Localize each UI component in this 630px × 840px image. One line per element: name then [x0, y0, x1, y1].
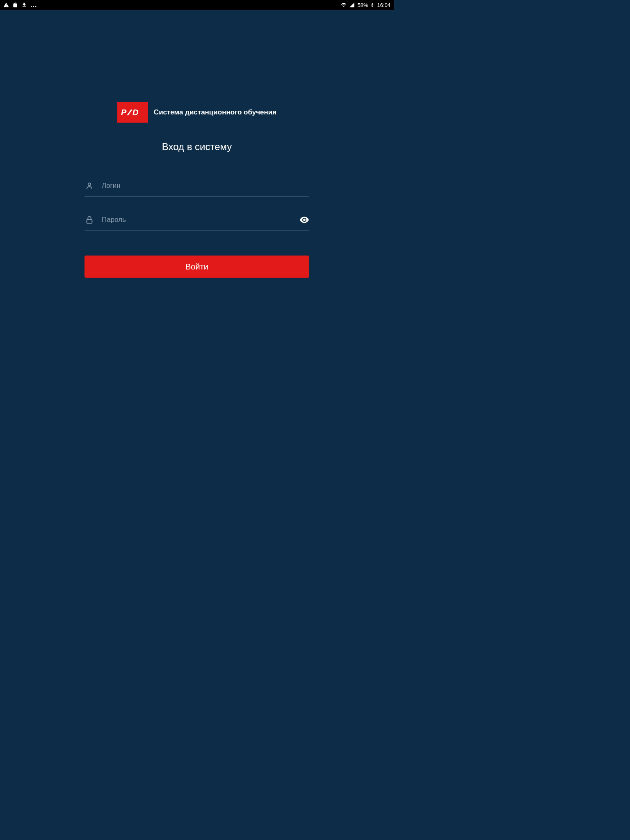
password-input[interactable]: [102, 216, 292, 224]
user-icon: [84, 181, 94, 191]
svg-point-2: [88, 183, 91, 185]
page-title: Вход в систему: [162, 141, 232, 153]
warning-icon: [3, 2, 9, 8]
battery-percent: 58%: [357, 2, 368, 8]
battery-charging-icon: [370, 2, 374, 8]
login-button[interactable]: Войти: [84, 256, 309, 278]
lock-icon: [84, 215, 94, 225]
cellular-signal-icon: [349, 2, 355, 8]
password-input-group: [84, 209, 309, 231]
svg-text:P: P: [121, 108, 127, 117]
login-input[interactable]: [102, 182, 309, 190]
shopping-bag-icon: [12, 2, 18, 8]
status-bar-right: 58% 16:04: [341, 2, 390, 8]
app-title: Система дистанционного обучения: [154, 108, 276, 117]
android-status-bar: ... 58% 16:04: [0, 0, 394, 10]
login-input-group: [84, 175, 309, 197]
svg-rect-3: [87, 219, 92, 223]
logo-section: P D Система дистанционного обучения: [117, 102, 276, 123]
status-time: 16:04: [377, 2, 390, 8]
more-notifications-icon: ...: [30, 1, 37, 9]
download-icon: [21, 2, 27, 8]
svg-text:D: D: [132, 108, 138, 117]
toggle-password-visibility-icon[interactable]: [299, 215, 309, 225]
wifi-icon: [341, 2, 347, 8]
login-screen: P D Система дистанционного обучения Вход…: [0, 10, 394, 278]
rzd-logo: P D: [117, 102, 148, 123]
login-form: Войти: [84, 175, 309, 278]
status-bar-left: ...: [3, 1, 37, 9]
